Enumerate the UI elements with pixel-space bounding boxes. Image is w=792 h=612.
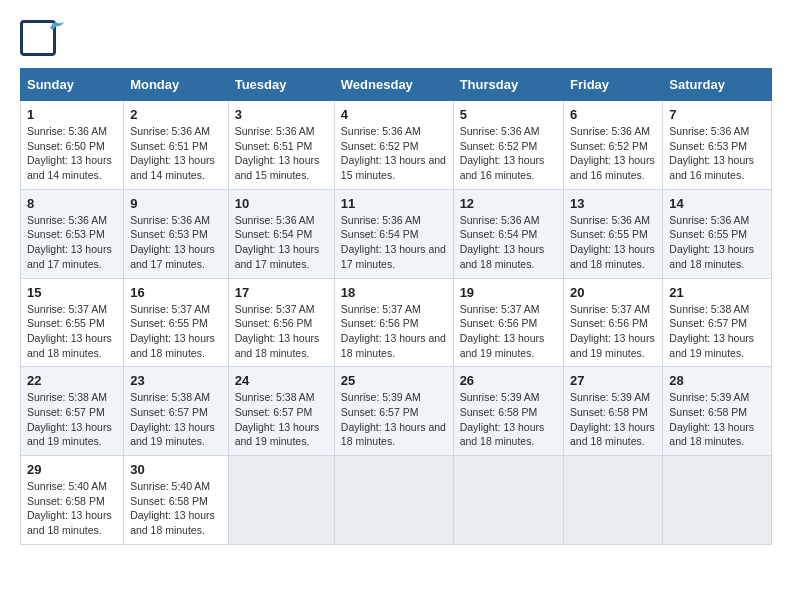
calendar-week-4: 22 Sunrise: 5:38 AM Sunset: 6:57 PM Dayl… (21, 367, 772, 456)
sunset-text: Sunset: 6:57 PM (669, 316, 765, 331)
sunrise-text: Sunrise: 5:39 AM (570, 390, 656, 405)
calendar-cell: 17 Sunrise: 5:37 AM Sunset: 6:56 PM Dayl… (228, 278, 334, 367)
sunrise-text: Sunrise: 5:38 AM (130, 390, 222, 405)
day-number: 28 (669, 373, 765, 388)
day-number: 11 (341, 196, 447, 211)
day-number: 27 (570, 373, 656, 388)
day-info: Sunrise: 5:36 AM Sunset: 6:54 PM Dayligh… (460, 213, 557, 272)
day-number: 9 (130, 196, 222, 211)
day-number: 12 (460, 196, 557, 211)
day-number: 4 (341, 107, 447, 122)
day-info: Sunrise: 5:37 AM Sunset: 6:56 PM Dayligh… (460, 302, 557, 361)
sunrise-text: Sunrise: 5:37 AM (570, 302, 656, 317)
calendar-cell: 27 Sunrise: 5:39 AM Sunset: 6:58 PM Dayl… (564, 367, 663, 456)
day-number: 17 (235, 285, 328, 300)
header (20, 20, 772, 58)
calendar-cell (453, 456, 563, 545)
day-number: 5 (460, 107, 557, 122)
day-number: 26 (460, 373, 557, 388)
calendar-cell (228, 456, 334, 545)
calendar-cell (663, 456, 772, 545)
calendar-cell: 3 Sunrise: 5:36 AM Sunset: 6:51 PM Dayli… (228, 101, 334, 190)
sunset-text: Sunset: 6:57 PM (235, 405, 328, 420)
calendar-cell: 25 Sunrise: 5:39 AM Sunset: 6:57 PM Dayl… (334, 367, 453, 456)
sunset-text: Sunset: 6:56 PM (341, 316, 447, 331)
calendar-cell: 1 Sunrise: 5:36 AM Sunset: 6:50 PM Dayli… (21, 101, 124, 190)
sunset-text: Sunset: 6:58 PM (130, 494, 222, 509)
sunrise-text: Sunrise: 5:39 AM (669, 390, 765, 405)
calendar-cell: 21 Sunrise: 5:38 AM Sunset: 6:57 PM Dayl… (663, 278, 772, 367)
daylight-text: Daylight: 13 hours and 17 minutes. (130, 242, 222, 271)
header-sunday: Sunday (21, 69, 124, 101)
daylight-text: Daylight: 13 hours and 14 minutes. (27, 153, 117, 182)
sunset-text: Sunset: 6:55 PM (669, 227, 765, 242)
header-wednesday: Wednesday (334, 69, 453, 101)
sunrise-text: Sunrise: 5:37 AM (130, 302, 222, 317)
calendar-cell: 13 Sunrise: 5:36 AM Sunset: 6:55 PM Dayl… (564, 189, 663, 278)
sunrise-text: Sunrise: 5:36 AM (27, 213, 117, 228)
sunset-text: Sunset: 6:55 PM (130, 316, 222, 331)
day-number: 23 (130, 373, 222, 388)
sunrise-text: Sunrise: 5:36 AM (669, 213, 765, 228)
sunset-text: Sunset: 6:58 PM (460, 405, 557, 420)
day-info: Sunrise: 5:36 AM Sunset: 6:52 PM Dayligh… (341, 124, 447, 183)
daylight-text: Daylight: 13 hours and 15 minutes. (235, 153, 328, 182)
calendar-cell: 10 Sunrise: 5:36 AM Sunset: 6:54 PM Dayl… (228, 189, 334, 278)
day-number: 21 (669, 285, 765, 300)
day-info: Sunrise: 5:36 AM Sunset: 6:55 PM Dayligh… (570, 213, 656, 272)
calendar-cell: 9 Sunrise: 5:36 AM Sunset: 6:53 PM Dayli… (124, 189, 229, 278)
day-info: Sunrise: 5:38 AM Sunset: 6:57 PM Dayligh… (669, 302, 765, 361)
daylight-text: Daylight: 13 hours and 16 minutes. (570, 153, 656, 182)
day-number: 20 (570, 285, 656, 300)
sunset-text: Sunset: 6:57 PM (341, 405, 447, 420)
sunrise-text: Sunrise: 5:36 AM (130, 124, 222, 139)
sunrise-text: Sunrise: 5:36 AM (27, 124, 117, 139)
day-info: Sunrise: 5:39 AM Sunset: 6:58 PM Dayligh… (570, 390, 656, 449)
daylight-text: Daylight: 13 hours and 18 minutes. (235, 331, 328, 360)
sunset-text: Sunset: 6:51 PM (130, 139, 222, 154)
day-info: Sunrise: 5:36 AM Sunset: 6:52 PM Dayligh… (570, 124, 656, 183)
sunset-text: Sunset: 6:54 PM (341, 227, 447, 242)
day-number: 19 (460, 285, 557, 300)
daylight-text: Daylight: 13 hours and 18 minutes. (27, 508, 117, 537)
sunrise-text: Sunrise: 5:36 AM (130, 213, 222, 228)
sunset-text: Sunset: 6:58 PM (669, 405, 765, 420)
daylight-text: Daylight: 13 hours and 17 minutes. (341, 242, 447, 271)
calendar-cell: 15 Sunrise: 5:37 AM Sunset: 6:55 PM Dayl… (21, 278, 124, 367)
calendar-cell: 16 Sunrise: 5:37 AM Sunset: 6:55 PM Dayl… (124, 278, 229, 367)
day-number: 10 (235, 196, 328, 211)
sunset-text: Sunset: 6:51 PM (235, 139, 328, 154)
sunset-text: Sunset: 6:54 PM (235, 227, 328, 242)
day-info: Sunrise: 5:39 AM Sunset: 6:58 PM Dayligh… (460, 390, 557, 449)
sunset-text: Sunset: 6:53 PM (130, 227, 222, 242)
calendar-cell: 30 Sunrise: 5:40 AM Sunset: 6:58 PM Dayl… (124, 456, 229, 545)
day-number: 6 (570, 107, 656, 122)
calendar-cell: 20 Sunrise: 5:37 AM Sunset: 6:56 PM Dayl… (564, 278, 663, 367)
sunrise-text: Sunrise: 5:36 AM (341, 124, 447, 139)
calendar-cell: 14 Sunrise: 5:36 AM Sunset: 6:55 PM Dayl… (663, 189, 772, 278)
calendar-cell: 24 Sunrise: 5:38 AM Sunset: 6:57 PM Dayl… (228, 367, 334, 456)
calendar-week-1: 1 Sunrise: 5:36 AM Sunset: 6:50 PM Dayli… (21, 101, 772, 190)
sunset-text: Sunset: 6:53 PM (669, 139, 765, 154)
daylight-text: Daylight: 13 hours and 17 minutes. (235, 242, 328, 271)
day-info: Sunrise: 5:37 AM Sunset: 6:55 PM Dayligh… (130, 302, 222, 361)
day-info: Sunrise: 5:39 AM Sunset: 6:58 PM Dayligh… (669, 390, 765, 449)
sunset-text: Sunset: 6:53 PM (27, 227, 117, 242)
day-info: Sunrise: 5:36 AM Sunset: 6:54 PM Dayligh… (341, 213, 447, 272)
daylight-text: Daylight: 13 hours and 19 minutes. (130, 420, 222, 449)
calendar-cell: 11 Sunrise: 5:36 AM Sunset: 6:54 PM Dayl… (334, 189, 453, 278)
day-number: 22 (27, 373, 117, 388)
sunrise-text: Sunrise: 5:38 AM (669, 302, 765, 317)
header-thursday: Thursday (453, 69, 563, 101)
sunrise-text: Sunrise: 5:36 AM (570, 213, 656, 228)
calendar-cell: 5 Sunrise: 5:36 AM Sunset: 6:52 PM Dayli… (453, 101, 563, 190)
sunrise-text: Sunrise: 5:38 AM (27, 390, 117, 405)
day-info: Sunrise: 5:36 AM Sunset: 6:50 PM Dayligh… (27, 124, 117, 183)
day-info: Sunrise: 5:37 AM Sunset: 6:56 PM Dayligh… (235, 302, 328, 361)
day-number: 2 (130, 107, 222, 122)
calendar-cell (334, 456, 453, 545)
daylight-text: Daylight: 13 hours and 16 minutes. (669, 153, 765, 182)
day-info: Sunrise: 5:36 AM Sunset: 6:53 PM Dayligh… (27, 213, 117, 272)
daylight-text: Daylight: 13 hours and 18 minutes. (460, 420, 557, 449)
daylight-text: Daylight: 13 hours and 19 minutes. (460, 331, 557, 360)
